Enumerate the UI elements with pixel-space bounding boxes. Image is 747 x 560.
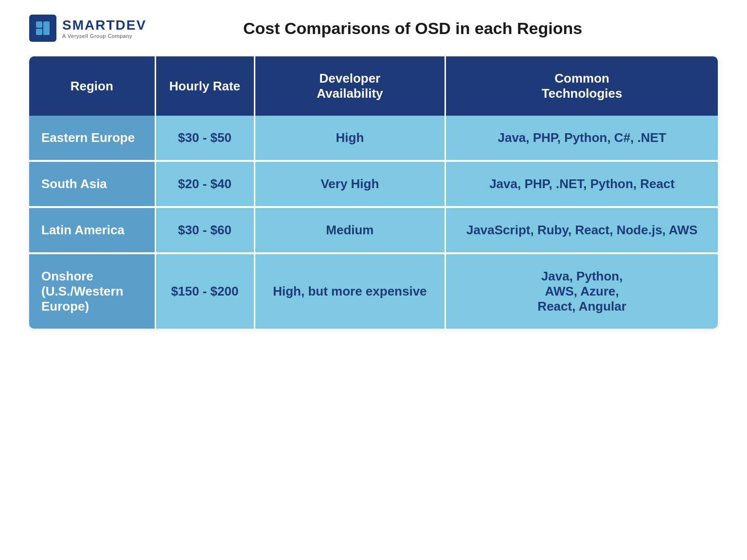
comparison-table: Region Hourly Rate DeveloperAvailability… xyxy=(29,56,718,329)
region-latin-america: Latin America xyxy=(29,207,155,253)
logo-text: SMARTDEV A Verysell Group Company xyxy=(62,18,146,39)
table-row: Eastern Europe $30 - $50 High Java, PHP,… xyxy=(29,116,718,161)
header-technologies: CommonTechnologies xyxy=(445,56,718,116)
avail-south-asia: Very High xyxy=(254,161,445,207)
svg-rect-0 xyxy=(36,21,42,28)
svg-rect-1 xyxy=(36,29,42,35)
table-row: Onshore(U.S./WesternEurope) $150 - $200 … xyxy=(29,253,718,329)
table-body: Eastern Europe $30 - $50 High Java, PHP,… xyxy=(29,116,718,329)
header-region: Region xyxy=(29,56,155,116)
avail-latin-america: Medium xyxy=(254,207,445,253)
logo-main-text: SMARTDEV xyxy=(62,18,146,33)
header-dev-availability: DeveloperAvailability xyxy=(254,56,445,116)
table-row: South Asia $20 - $40 Very High Java, PHP… xyxy=(29,161,718,207)
page-header: SMARTDEV A Verysell Group Company Cost C… xyxy=(29,15,718,42)
title-container: Cost Comparisons of OSD in each Regions xyxy=(146,19,718,38)
region-south-asia: South Asia xyxy=(29,161,155,207)
tech-eastern-europe: Java, PHP, Python, C#, .NET xyxy=(445,116,718,161)
tech-south-asia: Java, PHP, .NET, Python, React xyxy=(445,161,718,207)
region-eastern-europe: Eastern Europe xyxy=(29,116,155,161)
rate-south-asia: $20 - $40 xyxy=(155,161,254,207)
comparison-table-wrapper: Region Hourly Rate DeveloperAvailability… xyxy=(29,56,718,329)
header-hourly-rate: Hourly Rate xyxy=(155,56,254,116)
table-row: Latin America $30 - $60 Medium JavaScrip… xyxy=(29,207,718,253)
rate-latin-america: $30 - $60 xyxy=(155,207,254,253)
rate-eastern-europe: $30 - $50 xyxy=(155,116,254,161)
avail-onshore: High, but more expensive xyxy=(254,253,445,329)
rate-onshore: $150 - $200 xyxy=(155,253,254,329)
logo: SMARTDEV A Verysell Group Company xyxy=(29,15,146,42)
logo-icon xyxy=(29,15,56,42)
table-header: Region Hourly Rate DeveloperAvailability… xyxy=(29,56,718,116)
region-onshore: Onshore(U.S./WesternEurope) xyxy=(29,253,155,329)
page-title: Cost Comparisons of OSD in each Regions xyxy=(243,19,582,38)
header-row: Region Hourly Rate DeveloperAvailability… xyxy=(29,56,718,116)
logo-sub-text: A Verysell Group Company xyxy=(62,33,146,39)
avail-eastern-europe: High xyxy=(254,116,445,161)
tech-onshore: Java, Python,AWS, Azure,React, Angular xyxy=(445,253,718,329)
svg-rect-2 xyxy=(43,21,50,35)
tech-latin-america: JavaScript, Ruby, React, Node.js, AWS xyxy=(445,207,718,253)
